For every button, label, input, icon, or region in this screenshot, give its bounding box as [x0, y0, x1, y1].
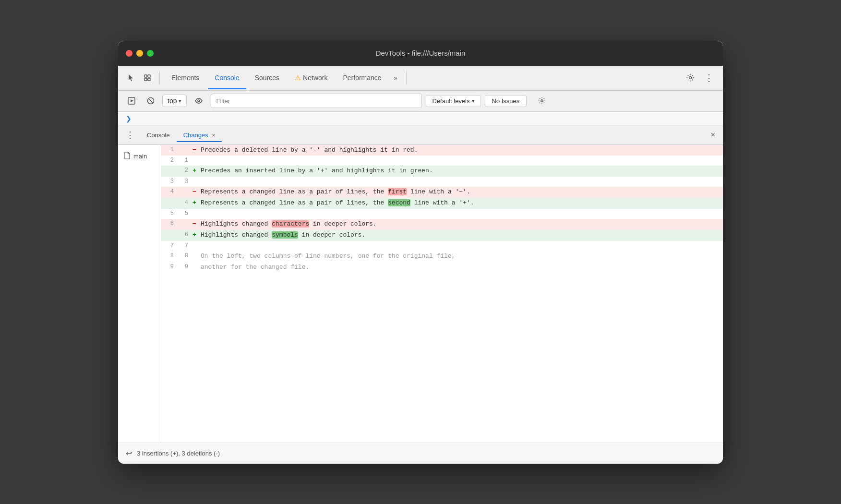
- diff-content-1: Precedes a deleted line by a '-' and hig…: [199, 145, 723, 156]
- highlight-first: first: [388, 188, 407, 195]
- close-button[interactable]: [126, 50, 132, 57]
- toolbar-divider-right: [406, 71, 407, 84]
- warning-icon: ⚠: [295, 74, 301, 82]
- diff-row-5-deleted: 4 − Represents a changed line as a pair …: [161, 187, 723, 198]
- diff-row-2-neutral: 2 1: [161, 156, 723, 166]
- sidebar-item-label: main: [133, 153, 147, 160]
- tab-console[interactable]: Console: [208, 70, 246, 85]
- footer-text: 3 insertions (+), 3 deletions (-): [137, 450, 220, 457]
- highlight-symbols: symbols: [272, 231, 298, 239]
- svg-point-9: [198, 100, 200, 102]
- diff-area: 1 − Precedes a deleted line by a '-' and…: [161, 145, 723, 443]
- diff-row-4-neutral: 3 3: [161, 177, 723, 187]
- diff-content-5: Represents a changed line as a pair of l…: [199, 187, 723, 198]
- diff-row-9-inserted: 6 + Highlights changed symbols in deeper…: [161, 230, 723, 241]
- tab-changes-panel[interactable]: Changes ×: [177, 129, 222, 142]
- window-title: DevTools - file:///Users/main: [376, 49, 466, 57]
- diff-content-11: On the left, two columns of line numbers…: [199, 251, 723, 262]
- diff-row-3-inserted: 2 + Precedes an inserted line by a '+' a…: [161, 166, 723, 177]
- panel-more-icon[interactable]: ⋮: [124, 127, 136, 143]
- titlebar: DevTools - file:///Users/main: [118, 41, 723, 66]
- footer-bar: ↩ 3 insertions (+), 3 deletions (-): [118, 443, 723, 464]
- chevron-down-icon: ▾: [179, 98, 181, 104]
- tab-sources[interactable]: Sources: [248, 70, 286, 85]
- toolbar-divider: [159, 71, 160, 84]
- diff-row-10-neutral: 7 7: [161, 241, 723, 251]
- diff-row-8-deleted: 6 − Highlights changed characters in dee…: [161, 219, 723, 230]
- diff-row-11-comment: 8 8 On the left, two columns of line num…: [161, 251, 723, 262]
- svg-line-8: [149, 99, 153, 103]
- svg-point-10: [541, 100, 543, 102]
- orig-line-1: 1: [161, 145, 176, 156]
- tab-elements[interactable]: Elements: [165, 70, 206, 85]
- svg-rect-2: [144, 78, 147, 81]
- diff-content-9: Highlights changed symbols in deeper col…: [199, 230, 723, 241]
- levels-label: Default levels: [432, 97, 469, 105]
- layers-icon[interactable]: [140, 71, 155, 85]
- highlight-second: second: [388, 199, 410, 206]
- close-panel-button[interactable]: ×: [709, 129, 717, 141]
- filter-input[interactable]: [211, 94, 422, 108]
- diff-content-8: Highlights changed characters in deeper …: [199, 219, 723, 230]
- settings-icon[interactable]: [683, 71, 697, 85]
- diff-row-7-neutral: 5 5: [161, 209, 723, 219]
- tab-performance[interactable]: Performance: [336, 70, 388, 85]
- more-tabs-button[interactable]: »: [390, 72, 401, 84]
- console-toolbar: top ▾ Default levels ▾ No Issues: [118, 91, 723, 112]
- diff-content-6: Represents a changed line as a pair of l…: [199, 198, 723, 209]
- block-button[interactable]: [143, 95, 158, 107]
- diff-row-6-inserted: 4 + Represents a changed line as a pair …: [161, 198, 723, 209]
- highlight-characters: characters: [272, 220, 309, 228]
- new-line-1: [176, 145, 190, 156]
- diff-content-12: another for the changed file.: [199, 262, 723, 273]
- issues-button[interactable]: No Issues: [485, 95, 527, 107]
- settings-console-icon[interactable]: [534, 95, 550, 107]
- breadcrumb: ❯: [118, 112, 723, 126]
- devtools-window: DevTools - file:///Users/main Elements C…: [118, 41, 723, 464]
- levels-dropdown[interactable]: Default levels ▾: [426, 95, 481, 107]
- svg-rect-3: [148, 78, 150, 81]
- fullscreen-button[interactable]: [147, 50, 154, 57]
- toolbar-right: ⋮: [683, 69, 717, 86]
- sidebar-item-main[interactable]: main: [118, 149, 161, 164]
- main-content: main 1 − Precedes a deleted line by a '-…: [118, 145, 723, 443]
- svg-marker-6: [131, 99, 133, 102]
- svg-point-4: [689, 77, 692, 79]
- traffic-lights: [126, 50, 154, 57]
- diff-row-1-deleted: 1 − Precedes a deleted line by a '-' and…: [161, 145, 723, 156]
- tab-network[interactable]: ⚠Network: [288, 70, 334, 85]
- svg-rect-0: [144, 75, 147, 77]
- sidebar: main: [118, 145, 161, 443]
- breadcrumb-arrow-icon: ❯: [126, 115, 132, 122]
- main-toolbar: Elements Console Sources ⚠Network Perfor…: [118, 66, 723, 91]
- play-button[interactable]: [124, 95, 139, 107]
- undo-icon: ↩: [126, 449, 132, 458]
- eye-button[interactable]: [191, 95, 207, 107]
- panel-tabs-bar: ⋮ Console Changes × ×: [118, 126, 723, 145]
- diff-row-12-comment: 9 9 another for the changed file.: [161, 262, 723, 273]
- file-icon: [124, 152, 131, 161]
- chevron-down-icon-levels: ▾: [472, 98, 475, 104]
- context-dropdown[interactable]: top ▾: [162, 95, 187, 107]
- close-changes-tab[interactable]: ×: [212, 132, 215, 139]
- context-label: top: [168, 97, 177, 105]
- svg-rect-1: [148, 75, 150, 77]
- minimize-button[interactable]: [136, 50, 143, 57]
- more-options-icon[interactable]: ⋮: [701, 69, 717, 86]
- diff-table: 1 − Precedes a deleted line by a '-' and…: [161, 145, 723, 273]
- marker-del-1: −: [190, 145, 199, 156]
- tab-console-panel[interactable]: Console: [140, 129, 177, 142]
- cursor-icon[interactable]: [124, 71, 138, 85]
